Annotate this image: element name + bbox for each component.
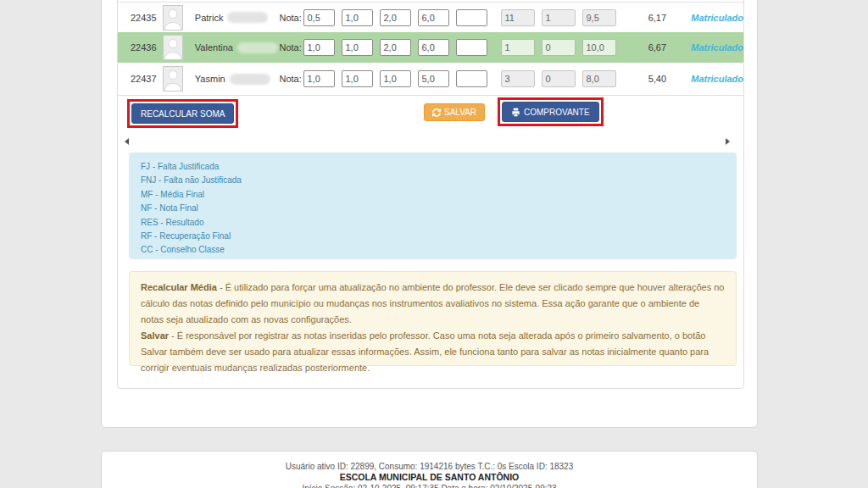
salvar-button-label: SALVAR xyxy=(444,108,476,117)
page: 22435 Patrick Nota: 6,17 Matriculado xyxy=(0,0,868,488)
legend-item: RES - Resultado xyxy=(141,216,725,230)
grade-input-2[interactable] xyxy=(342,9,373,26)
student-id: 22437 xyxy=(131,74,163,84)
help-salvar-text: - É responsável por registrar as notas i… xyxy=(141,330,709,373)
students-table: 22435 Patrick Nota: 6,17 Matriculado xyxy=(118,2,743,96)
status-badge: Matriculado xyxy=(691,13,743,23)
grade-input-1[interactable] xyxy=(303,39,335,56)
grade-input-4[interactable] xyxy=(418,70,449,87)
help-recalcular-text: - É utilizado para forçar uma atualizaçã… xyxy=(141,282,725,324)
redacted-surname xyxy=(227,12,268,23)
student-id: 22436 xyxy=(131,42,163,53)
grade-input-5[interactable] xyxy=(456,70,487,87)
grade-input-4[interactable] xyxy=(418,39,449,56)
mf-readonly-input xyxy=(582,70,616,87)
grade-input-5[interactable] xyxy=(456,9,487,26)
comprovante-button-label: COMPROVANTE xyxy=(524,108,590,117)
grade-input-3[interactable] xyxy=(380,9,411,26)
status-badge: Matriculado xyxy=(691,42,743,53)
fnj-readonly-input xyxy=(542,70,576,87)
student-row: 22435 Patrick Nota: 6,17 Matriculado xyxy=(118,3,743,32)
help-box: Recalcular Média - É utilizado para forç… xyxy=(129,271,737,366)
student-id: 22435 xyxy=(131,13,163,23)
grade-input-1[interactable] xyxy=(303,9,335,26)
redacted-surname xyxy=(230,74,270,85)
footer-card: Usuário ativo ID: 22899, Consumo: 191421… xyxy=(101,451,758,488)
grade-input-5[interactable] xyxy=(456,39,487,56)
final-grade-value: 6,67 xyxy=(637,42,677,53)
grade-input-2[interactable] xyxy=(342,70,373,87)
mf-readonly-input xyxy=(582,39,616,56)
legend-item: FNJ - Falta não Justificada xyxy=(141,174,725,187)
fnj-readonly-input xyxy=(542,9,576,26)
redacted-surname xyxy=(237,42,278,53)
legend-item: RF - Recuperação Final xyxy=(141,230,725,243)
fj-readonly-input xyxy=(501,9,535,26)
session-info: Usuário ativo ID: 22899, Consumo: 191421… xyxy=(102,461,757,472)
nota-label: Nota: xyxy=(279,74,303,84)
nota-label: Nota: xyxy=(279,13,303,23)
fj-readonly-input xyxy=(501,70,535,87)
recalcular-soma-button[interactable]: RECALCULAR SOMA xyxy=(131,103,234,124)
legend-item: MF - Média Final xyxy=(141,188,725,202)
student-avatar-icon xyxy=(163,35,183,60)
scroll-right-icon[interactable] xyxy=(726,138,730,145)
student-name: Valentina xyxy=(195,42,233,53)
grade-input-3[interactable] xyxy=(380,70,411,87)
student-name: Patrick xyxy=(195,13,224,23)
annotation-box-recalcular: RECALCULAR SOMA xyxy=(127,99,238,128)
student-row: 22437 Yasmin Nota: 5,40 Matriculado xyxy=(118,63,743,96)
student-avatar-icon xyxy=(163,66,183,92)
grade-input-1[interactable] xyxy=(303,70,335,87)
comprovante-button[interactable]: COMPROVANTE xyxy=(502,102,599,122)
legend-item: CC - Conselho Classe xyxy=(141,243,725,257)
help-salvar-title: Salvar xyxy=(141,330,169,341)
grade-input-3[interactable] xyxy=(380,39,411,56)
grade-input-4[interactable] xyxy=(418,9,449,26)
fj-readonly-input xyxy=(501,39,535,56)
grades-panel: 22435 Patrick Nota: 6,17 Matriculado xyxy=(117,0,744,389)
status-badge: Matriculado xyxy=(691,74,743,84)
final-grade-value: 5,40 xyxy=(637,74,677,84)
legend-item: FJ - Falta Justificada xyxy=(141,160,725,174)
salvar-button[interactable]: SALVAR xyxy=(424,103,485,121)
student-avatar-icon xyxy=(163,5,183,30)
student-name: Yasmin xyxy=(195,74,225,84)
printer-icon xyxy=(511,108,520,117)
fnj-readonly-input xyxy=(542,39,576,56)
session-datetime: Início Sessão: 02-10-2025, 09:17:35 Data… xyxy=(102,483,757,488)
help-recalcular-title: Recalcular Média xyxy=(141,282,217,292)
nota-label: Nota: xyxy=(279,42,303,53)
scroll-left-icon[interactable] xyxy=(125,138,129,145)
legend-item: NF - Nota Final xyxy=(141,202,725,215)
school-name: ESCOLA MUNICIPAL DE SANTO ANTÔNIO xyxy=(102,472,757,483)
main-content-card: 22435 Patrick Nota: 6,17 Matriculado xyxy=(101,0,758,428)
mf-readonly-input xyxy=(582,9,616,26)
refresh-icon xyxy=(432,108,441,117)
legend-box: FJ - Falta Justificada FNJ - Falta não J… xyxy=(129,152,737,259)
final-grade-value: 6,17 xyxy=(637,13,677,23)
student-row-highlighted: 22436 Valentina Nota: 6,67 Matriculado xyxy=(118,32,743,63)
annotation-box-comprovante: COMPROVANTE xyxy=(498,97,604,126)
grade-input-2[interactable] xyxy=(342,39,373,56)
